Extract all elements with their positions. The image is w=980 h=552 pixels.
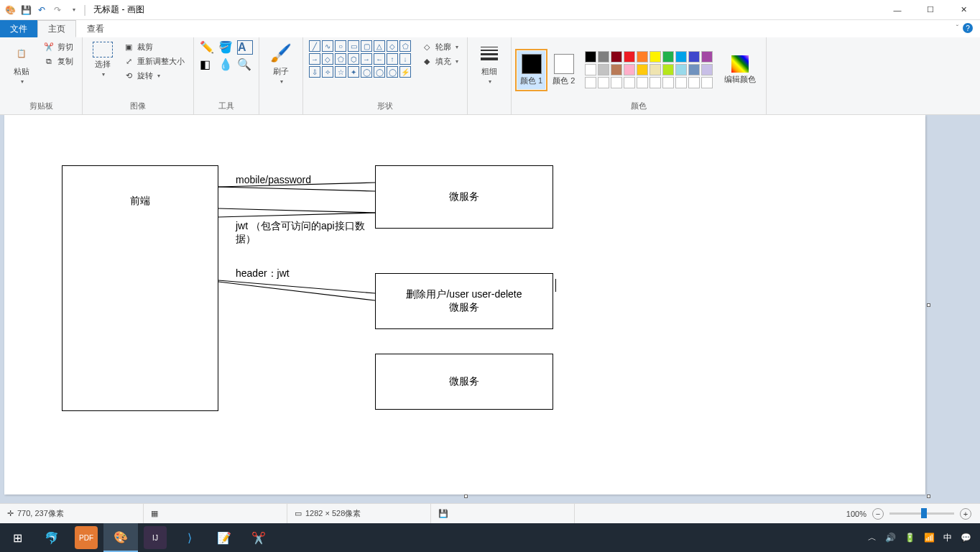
select-button[interactable]: 选择 <box>88 40 117 79</box>
edit-colors-button[interactable]: 编辑颜色 <box>720 54 760 86</box>
zoom-value: 100% <box>846 510 866 518</box>
color-swatch-empty[interactable] <box>598 77 609 88</box>
cut-button[interactable]: ✂️剪切 <box>40 40 76 53</box>
color-swatch-empty[interactable] <box>624 77 635 88</box>
color-swatch-empty[interactable] <box>585 77 596 88</box>
crop-button[interactable]: ▣裁剪 <box>120 40 188 53</box>
color-swatch[interactable] <box>675 51 687 63</box>
zoom-thumb[interactable] <box>921 508 927 518</box>
color-swatch[interactable] <box>598 64 609 75</box>
tray-volume-icon[interactable]: 🔊 <box>885 533 896 543</box>
zoom-out-button[interactable]: − <box>872 508 884 520</box>
color-swatch[interactable] <box>650 51 661 63</box>
edit-colors-icon <box>731 55 749 73</box>
minimize-button[interactable]: — <box>881 0 914 20</box>
maximize-button[interactable]: ☐ <box>914 0 947 20</box>
tray-notifications-icon[interactable]: 💬 <box>961 533 971 543</box>
resize-label: 重新调整大小 <box>137 56 185 67</box>
color-swatch-empty[interactable] <box>637 77 648 88</box>
color-swatch[interactable] <box>624 64 635 75</box>
tab-file[interactable]: 文件 <box>0 20 37 37</box>
taskbar-intellij[interactable]: IJ <box>144 526 167 549</box>
tray-battery-icon[interactable]: 🔋 <box>905 533 915 543</box>
tab-view[interactable]: 查看 <box>76 20 115 37</box>
taskbar-vscode[interactable]: ⟩ <box>172 523 207 552</box>
rotate-button[interactable]: ⟲旋转 <box>120 69 188 82</box>
redo-icon[interactable]: ↷ <box>52 4 63 16</box>
fill-tool-icon[interactable]: 🪣 <box>218 40 234 55</box>
pencil-tool-icon[interactable]: ✏️ <box>200 40 216 55</box>
tray-ime[interactable]: 中 <box>943 532 952 544</box>
canvas-handle-corner[interactable] <box>927 494 930 498</box>
color-palette <box>585 51 713 88</box>
taskbar-notepad[interactable]: 📝 <box>207 523 241 552</box>
outline-button[interactable]: ◇轮廓 <box>418 40 461 53</box>
cut-label: 剪切 <box>57 42 73 52</box>
color-swatch[interactable] <box>662 64 674 75</box>
taskbar-app-2[interactable]: PDF <box>75 526 98 549</box>
color-swatch[interactable] <box>637 64 648 75</box>
shapes-gallery[interactable]: ╱∿○▭▢△◇⬠ →◇⬠⬡→←↑↓ ⇩✧☆✦◯◯◯⚡ <box>309 40 411 78</box>
tab-home[interactable]: 主页 <box>37 20 76 37</box>
box-service-3: 微服务 <box>375 354 553 410</box>
color-swatch-empty[interactable] <box>611 77 622 88</box>
palette-row-3[interactable] <box>585 77 713 88</box>
taskbar-snip[interactable]: ✂️ <box>241 523 276 552</box>
qat-dropdown-icon[interactable] <box>68 4 79 16</box>
color-swatch-empty[interactable] <box>662 77 674 88</box>
color-swatch[interactable] <box>611 64 622 75</box>
color-swatch[interactable] <box>585 51 596 63</box>
select-label: 选择 <box>95 59 111 70</box>
color-swatch[interactable] <box>675 64 687 75</box>
color-swatch[interactable] <box>611 51 622 63</box>
fill-button[interactable]: ◆填充 <box>418 55 461 68</box>
color2-button[interactable]: 颜色 2 <box>548 52 579 88</box>
zoom-slider[interactable] <box>889 512 954 515</box>
help-icon[interactable]: ? <box>963 23 973 33</box>
palette-row-1[interactable] <box>585 51 713 63</box>
start-button[interactable]: ⊞ <box>0 523 34 552</box>
color-swatch[interactable] <box>624 51 635 63</box>
color-swatch[interactable] <box>688 64 700 75</box>
color-swatch[interactable] <box>701 51 713 63</box>
color-swatch-empty[interactable] <box>701 77 713 88</box>
color-swatch[interactable] <box>585 64 596 75</box>
palette-row-2[interactable] <box>585 64 713 75</box>
taskbar-app-1[interactable]: 🐬 <box>34 523 69 552</box>
color-swatch-empty[interactable] <box>650 77 661 88</box>
zoom-in-button[interactable]: + <box>960 508 971 520</box>
paste-label: 粘贴 <box>14 66 29 77</box>
color-swatch-empty[interactable] <box>688 77 700 88</box>
canvas-handle-right[interactable] <box>927 303 930 307</box>
resize-button[interactable]: ⤢重新调整大小 <box>120 55 188 68</box>
eraser-tool-icon[interactable]: ◧ <box>200 58 216 71</box>
color-swatch[interactable] <box>598 51 609 63</box>
text-tool-icon[interactable]: A <box>237 40 253 55</box>
color-swatch[interactable] <box>637 51 648 63</box>
tray-chevron-icon[interactable]: ︿ <box>868 532 877 544</box>
brush-button[interactable]: 🖌️ 刷子 <box>265 40 297 86</box>
paste-button[interactable]: 📋 粘贴 <box>6 40 37 86</box>
color-swatch[interactable] <box>701 64 713 75</box>
magnifier-tool-icon[interactable]: 🔍 <box>237 58 253 71</box>
color-swatch[interactable] <box>650 64 661 75</box>
color2-label: 颜色 2 <box>553 75 575 86</box>
color-swatch-empty[interactable] <box>675 77 687 88</box>
close-button[interactable]: ✕ <box>947 0 980 20</box>
color-swatch[interactable] <box>688 51 700 63</box>
picker-tool-icon[interactable]: 💧 <box>218 58 234 71</box>
color-swatch[interactable] <box>662 51 674 63</box>
group-size-label <box>473 101 505 113</box>
canvas-handle-bottom[interactable] <box>464 494 468 498</box>
color1-button[interactable]: 颜色 1 <box>517 51 545 89</box>
copy-button[interactable]: ⧉复制 <box>40 55 76 68</box>
undo-icon[interactable]: ↶ <box>36 4 47 16</box>
brush-label: 刷子 <box>273 66 289 77</box>
save-icon[interactable]: 💾 <box>20 4 32 16</box>
minimize-ribbon-icon[interactable]: ˇ <box>956 24 958 32</box>
size-button[interactable]: 粗细 <box>473 40 505 86</box>
canvas[interactable]: 前端 微服务 删除用户/user user-delete 微服务 微服务 mob… <box>4 115 925 494</box>
quick-access-toolbar: 🎨 💾 ↶ ↷ <box>0 4 83 16</box>
tray-wifi-icon[interactable]: 📶 <box>924 533 935 543</box>
taskbar-mspaint[interactable]: 🎨 <box>103 523 138 552</box>
